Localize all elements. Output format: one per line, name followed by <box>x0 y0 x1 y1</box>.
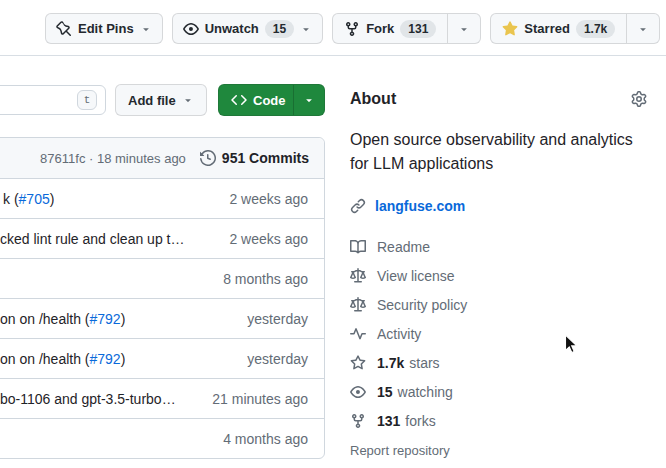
starred-button[interactable]: Starred 1.7k <box>491 14 626 43</box>
law-icon <box>350 297 366 313</box>
gear-icon <box>631 91 647 107</box>
chevron-down-icon <box>300 23 312 35</box>
file-row[interactable]: k (#705) 2 weeks ago <box>0 178 324 218</box>
file-row[interactable]: on on /health (#792) yesterday <box>0 338 324 378</box>
star-count-badge: 1.7k <box>576 20 615 38</box>
code-button[interactable]: Code <box>218 84 325 116</box>
chevron-down-icon <box>303 94 315 106</box>
chevron-down-icon <box>458 23 470 35</box>
file-browser-table: 87611fc · 18 minutes ago 951 Commits k (… <box>0 137 325 459</box>
about-settings-button[interactable] <box>631 91 647 107</box>
add-file-label: Add file <box>128 93 176 108</box>
go-to-file-input[interactable]: t <box>0 85 106 115</box>
code-dropdown-button[interactable] <box>293 85 324 115</box>
link-icon <box>350 198 366 214</box>
commit-date[interactable]: yesterday <box>247 351 324 367</box>
commit-date[interactable]: 4 months ago <box>223 431 324 447</box>
commit-date[interactable]: 8 months ago <box>223 271 324 287</box>
star-dropdown-button[interactable] <box>626 14 659 43</box>
commit-history-link[interactable]: 951 Commits <box>200 150 309 166</box>
chevron-down-icon <box>182 94 194 106</box>
about-sidebar: About Open source observability and anal… <box>350 90 647 458</box>
stars-link[interactable]: 1.7kstars <box>350 348 647 377</box>
eye-icon <box>183 21 199 37</box>
license-link[interactable]: View license <box>350 261 647 290</box>
commit-message: k ( <box>3 191 19 207</box>
edit-pins-button[interactable]: Edit Pins <box>45 13 163 44</box>
about-title: About <box>350 90 396 108</box>
file-row[interactable]: cked lint rule and clean up t… 2 weeks a… <box>0 218 324 258</box>
watch-button[interactable]: Unwatch 15 <box>172 13 324 44</box>
fork-count-badge: 131 <box>400 20 436 38</box>
commit-date[interactable]: 2 weeks ago <box>229 231 324 247</box>
eye-icon <box>350 384 366 400</box>
fork-dropdown-button[interactable] <box>447 14 480 43</box>
commit-message: cked lint rule and clean up t… <box>0 231 184 247</box>
fork-button-group: Fork 131 <box>332 13 481 44</box>
watching-link[interactable]: 15watching <box>350 377 647 406</box>
website-link[interactable]: langfuse.com <box>375 198 465 214</box>
watch-label: Unwatch <box>205 21 259 36</box>
history-icon <box>200 150 216 166</box>
forks-link[interactable]: 131forks <box>350 406 647 435</box>
activity-link[interactable]: Activity <box>350 319 647 348</box>
commit-message: on on /health ( <box>0 311 90 327</box>
chevron-down-icon <box>637 23 649 35</box>
commit-message: bo-1106 and gpt-3.5-turbo… <box>0 391 176 407</box>
code-label: Code <box>253 93 286 108</box>
file-row[interactable]: 4 months ago <box>0 418 324 458</box>
issue-link[interactable]: #792 <box>90 351 121 367</box>
repo-description: Open source observability and analytics … <box>350 128 647 176</box>
fork-icon <box>344 21 360 37</box>
commit-date[interactable]: yesterday <box>247 311 324 327</box>
starred-label: Starred <box>524 21 570 36</box>
law-icon <box>350 268 366 284</box>
code-icon <box>231 92 247 108</box>
latest-commit-meta[interactable]: 87611fc · 18 minutes ago <box>40 151 186 166</box>
fork-icon <box>350 413 366 429</box>
keyboard-shortcut-badge: t <box>77 90 97 110</box>
edit-pins-label: Edit Pins <box>78 21 134 36</box>
commit-message: on on /health ( <box>0 351 90 367</box>
commit-date[interactable]: 2 weeks ago <box>229 191 324 207</box>
chevron-down-icon <box>140 23 152 35</box>
file-row[interactable]: on on /health (#792) yesterday <box>0 298 324 338</box>
repo-action-bar: Edit Pins Unwatch 15 Fork 131 Starred 1.… <box>45 13 660 44</box>
issue-link[interactable]: #705 <box>19 191 50 207</box>
fork-label: Fork <box>366 21 394 36</box>
star-filled-icon <box>502 21 518 37</box>
commit-date[interactable]: 21 minutes ago <box>212 391 324 407</box>
security-policy-link[interactable]: Security policy <box>350 290 647 319</box>
star-button-group: Starred 1.7k <box>490 13 660 44</box>
pulse-icon <box>350 326 366 342</box>
report-repository-link[interactable]: Report repository <box>350 443 647 458</box>
commit-count-label: 951 Commits <box>222 150 309 166</box>
book-icon <box>350 239 366 255</box>
file-row[interactable]: bo-1106 and gpt-3.5-turbo… 21 minutes ag… <box>0 378 324 418</box>
add-file-button[interactable]: Add file <box>115 84 207 116</box>
watch-count-badge: 15 <box>265 20 294 38</box>
file-row[interactable]: 8 months ago <box>0 258 324 298</box>
header-divider <box>0 55 666 56</box>
latest-commit-bar: 87611fc · 18 minutes ago 951 Commits <box>0 138 324 178</box>
issue-link[interactable]: #792 <box>90 311 121 327</box>
pin-icon <box>56 21 72 37</box>
fork-button[interactable]: Fork 131 <box>333 14 447 43</box>
star-icon <box>350 355 366 371</box>
readme-link[interactable]: Readme <box>350 232 647 261</box>
